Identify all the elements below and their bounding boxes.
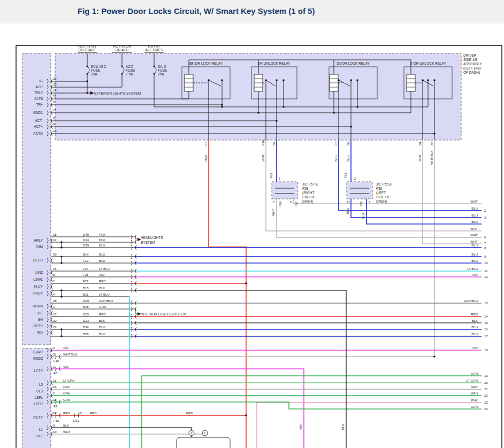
junction-dot xyxy=(208,79,210,81)
diagram-label: ALTB xyxy=(34,97,43,101)
diagram-label: 11 xyxy=(53,379,57,382)
diagram-label: UL1 xyxy=(36,434,43,438)
junction-dot xyxy=(86,92,88,94)
diagram-label: 22 xyxy=(484,394,488,397)
diagram-label: D-DR UNLOCK RELAY xyxy=(410,61,446,65)
diagram-label: 10 xyxy=(484,261,488,265)
diagram-label: BLK xyxy=(63,424,69,427)
diagram-label: F58 xyxy=(302,187,309,190)
diagram-label: E8 xyxy=(54,372,58,375)
diagram-label: F24 xyxy=(83,267,89,271)
diagram-label: 31 xyxy=(53,95,57,98)
diagram-label: 23 xyxy=(53,326,57,329)
diagram-label: DRIVER xyxy=(463,53,477,57)
junction-dot xyxy=(257,112,259,114)
diagram-label: 13 xyxy=(484,302,488,305)
diagram-label: LT BLU xyxy=(99,267,110,271)
connector-symbol xyxy=(51,304,52,308)
diagram-label: 30 xyxy=(53,253,57,256)
diagram-label: 20 xyxy=(53,319,57,322)
diagram-label: 3 xyxy=(484,216,486,219)
connector-symbol xyxy=(51,318,52,322)
diagram-label: 7.5A xyxy=(126,72,133,76)
diagram-label: ACT+ xyxy=(34,125,43,128)
diagram-label: DASH) xyxy=(302,199,313,204)
junction-dot xyxy=(427,79,429,81)
wire-wht xyxy=(277,199,482,237)
diagram-label: BLK xyxy=(99,287,105,290)
diagram-label: GRN xyxy=(63,398,70,401)
diagram-label: 4 xyxy=(53,293,55,296)
diagram-label: 28 xyxy=(53,299,57,303)
diagram-label: B29 xyxy=(83,333,89,336)
diagram-label: TRLY xyxy=(34,91,43,95)
diagram-label: 8 xyxy=(53,117,55,120)
diagram-label: BLU xyxy=(99,253,105,256)
diagram-label: RED xyxy=(204,155,208,161)
diagram-label: D25 xyxy=(83,313,89,316)
junction-dot xyxy=(356,79,358,81)
diagram-label: GRN xyxy=(471,392,478,395)
diagram-label: WHT xyxy=(262,154,265,161)
diagram-label: GRN xyxy=(99,305,106,308)
diagram-label: B14 xyxy=(83,253,89,256)
diagram-label: F57 xyxy=(295,202,298,206)
wire-vio xyxy=(51,369,304,448)
diagram-label: LSFL xyxy=(34,396,43,399)
diagram-label: 32 xyxy=(53,77,57,80)
diagram-label: SIDE OF xyxy=(376,195,390,199)
diagram-label: L1 xyxy=(39,428,43,431)
diagram-label: WHT/BLK xyxy=(63,353,78,356)
diagram-label: ECU-IG 2 xyxy=(91,65,106,68)
jc-f57-f58-box xyxy=(272,182,297,199)
diagram-label: B2 xyxy=(272,141,276,145)
diagram-label: D23 xyxy=(83,319,89,322)
junction-dot xyxy=(350,79,352,81)
diagram-label: BLU xyxy=(471,326,478,329)
diagram-label: 9 xyxy=(53,424,55,427)
connector-symbol xyxy=(51,291,52,296)
junction-dot xyxy=(276,120,278,122)
diagram-label: RED xyxy=(99,280,106,283)
diagram-label: FUSE xyxy=(91,68,101,72)
diagram-label: 16 xyxy=(53,267,57,271)
diagram-label: 10 xyxy=(53,129,57,133)
wire-blu xyxy=(339,140,482,211)
diagram-label: 24 xyxy=(53,385,57,389)
diagram-label: 1 xyxy=(53,305,55,308)
diagram-label: GND2 xyxy=(33,357,43,360)
wire-blkw xyxy=(51,428,192,437)
diagram-label: J/C F55 & xyxy=(376,182,392,186)
junction-dot xyxy=(60,296,63,298)
diagram-label: BLU xyxy=(362,213,365,219)
diagram-label: B18 xyxy=(83,305,89,308)
diagram-label: EN1 xyxy=(73,419,79,422)
diagram-label: ACC xyxy=(126,65,133,68)
junction-dot xyxy=(60,328,63,330)
diagram-label: END OF xyxy=(302,195,316,199)
junction-dot xyxy=(282,106,285,108)
diagram-label: FLCY xyxy=(34,284,43,288)
junction-dot xyxy=(350,126,352,128)
diagram-label: BLU xyxy=(99,259,105,262)
diagram-label: FUSE xyxy=(126,68,135,72)
diagram-label: F10 xyxy=(54,419,59,422)
diagram-label: LCTY xyxy=(34,369,43,373)
diagram-label: BLU xyxy=(346,207,349,214)
diagram-label: HCTY xyxy=(33,324,43,328)
junction-dot xyxy=(60,241,63,243)
diagram-label: BLU xyxy=(99,244,105,247)
diagram-label: F56 xyxy=(360,202,363,206)
diagram-label: BLU xyxy=(99,333,105,336)
diagram-label: 23 xyxy=(484,401,488,404)
diagram-label: F27 xyxy=(83,280,89,283)
diagram-label: GRY/BLU xyxy=(464,299,478,303)
diagram-label: 7 xyxy=(53,392,55,395)
diagram-label: F56 xyxy=(376,187,383,190)
diagram-label: HRLY xyxy=(34,238,43,242)
wire-blu xyxy=(351,199,482,218)
diagram-label: 12 xyxy=(353,177,356,180)
diagram-label: UL3 xyxy=(36,389,43,393)
diagram-label: SH xyxy=(38,318,43,321)
junction-dot xyxy=(276,79,278,81)
